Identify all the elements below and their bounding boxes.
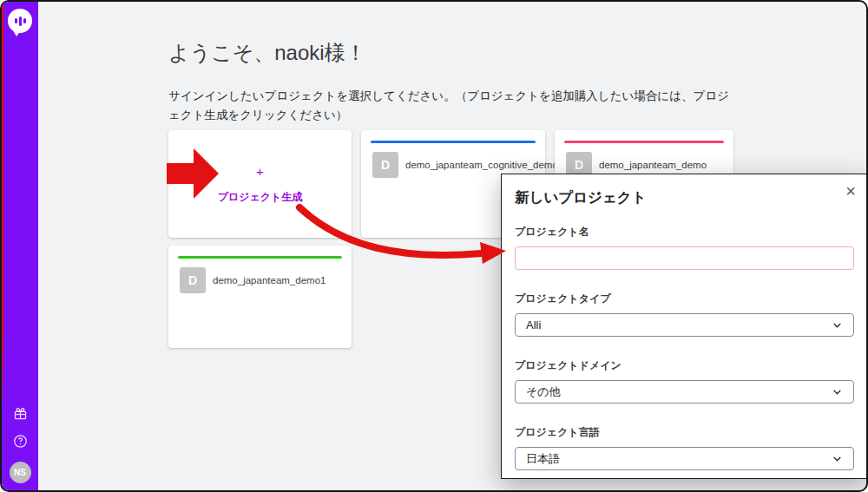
help-icon[interactable]	[13, 434, 28, 449]
project-title: demo_japanteam_demo1	[213, 275, 326, 285]
chevron-down-icon	[832, 453, 843, 464]
alli-chat-logo[interactable]	[8, 9, 32, 33]
logo-waveform-bar	[19, 16, 22, 26]
project-domain-value: その他	[526, 384, 561, 400]
app-window: NS ようこそ、naoki様！ サインインしたいプロジェクトを選択してください。…	[0, 0, 868, 492]
project-language-select[interactable]: 日本語	[515, 447, 854, 470]
left-edge-red-line	[2, 2, 3, 410]
chevron-down-icon	[832, 319, 843, 331]
chevron-down-icon	[832, 386, 843, 397]
sidebar: NS	[2, 2, 38, 490]
new-project-modal: × 新しいプロジェクト プロジェクト名 プロジェクトタイプ Alli プロジェク…	[501, 174, 868, 479]
project-title: demo_japanteam_cognitive_demo1	[405, 160, 563, 170]
project-card[interactable]: D demo_japanteam_demo1	[168, 246, 352, 348]
sidebar-bottom-group: NS	[2, 406, 38, 483]
close-icon[interactable]: ×	[845, 182, 856, 200]
user-avatar[interactable]: NS	[10, 462, 31, 483]
card-accent-bar	[564, 141, 724, 143]
card-accent-bar	[371, 141, 536, 143]
create-project-card[interactable]: + プロジェクト生成	[168, 130, 352, 238]
project-type-select[interactable]: Alli	[515, 313, 854, 337]
project-avatar: D	[180, 267, 206, 293]
page-subtitle: サインインしたいプロジェクトを選択してください。（プロジェクトを追加購入したい場…	[168, 87, 738, 124]
project-language-value: 日本語	[526, 451, 560, 467]
logo-waveform-bar	[15, 18, 17, 23]
project-domain-label: プロジェクトドメイン	[515, 358, 854, 373]
card-accent-bar	[178, 256, 342, 259]
plus-icon: +	[256, 164, 264, 179]
project-type-value: Alli	[526, 318, 541, 331]
project-name-input[interactable]	[515, 246, 854, 270]
project-title: demo_japanteam_demo	[599, 160, 707, 170]
page-title: ようこそ、naoki様！	[168, 39, 366, 67]
project-card-row: D demo_japanteam_demo1	[180, 267, 345, 293]
create-project-label: プロジェクト生成	[218, 190, 303, 205]
project-type-label: プロジェクトタイプ	[515, 292, 854, 306]
project-avatar: D	[372, 152, 398, 178]
logo-waveform-bar	[23, 18, 26, 23]
project-domain-select[interactable]: その他	[515, 380, 854, 403]
project-name-label: プロジェクト名	[515, 225, 854, 239]
gift-icon[interactable]	[13, 406, 28, 421]
project-language-label: プロジェクト言語	[515, 425, 854, 440]
modal-title: 新しいプロジェクト	[515, 188, 854, 207]
